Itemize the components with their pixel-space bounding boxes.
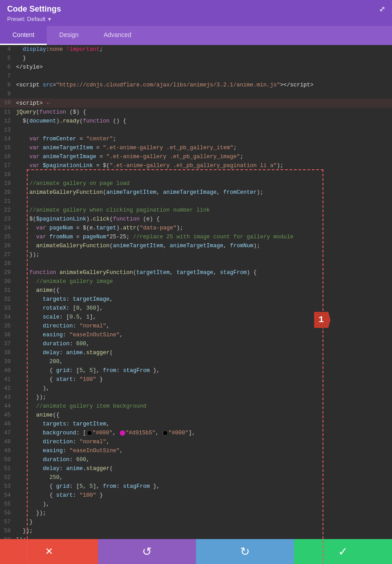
code-line-39: 39 200, <box>0 357 392 366</box>
code-line-31: 31 anime({ <box>0 286 392 295</box>
code-line-42: 42 ), <box>0 384 392 393</box>
refresh-icon: ↻ <box>240 545 250 559</box>
code-line-51: 51 delay: anime.stagger( <box>0 464 392 473</box>
code-line-40: 40 { grid: [5, 5], from: stagFrom }, <box>0 366 392 375</box>
code-line-58: 58 }); <box>0 527 392 535</box>
code-line-7: 7 <box>0 72 392 81</box>
code-line-55: 55 ), <box>0 500 392 509</box>
app-title: Code Settings <box>7 4 61 14</box>
code-line-53: 53 { grid: [5, 5], from: stagFrom }, <box>0 482 392 491</box>
code-line-45: 45 anime({ <box>0 411 392 420</box>
header: Code Settings ⤢ Preset: Default ▼ <box>0 0 392 26</box>
code-line-27: 27 }); <box>0 250 392 259</box>
tab-design[interactable]: Design <box>47 26 91 45</box>
code-line-13: 13 <box>0 126 392 135</box>
code-line-25: 25 var fromNum = pageNum*25-25; //replac… <box>0 233 392 241</box>
code-line-28: 28 <box>0 259 392 268</box>
code-line-47: 47 background: ["#000", "#d915b5", "#000… <box>0 429 392 437</box>
code-line-46: 46 targets: targetItem, <box>0 420 392 429</box>
code-line-15: 15 var animeTargetItem = ".et-anime-gall… <box>0 143 392 152</box>
code-line-32: 32 targets: targetImage, <box>0 295 392 304</box>
reset-button[interactable]: ↺ <box>98 539 196 564</box>
code-line-30: 30 //animate gallery image <box>0 277 392 286</box>
code-line-37: 37 duration: 600, <box>0 339 392 348</box>
tabs-bar: Content Design Advanced <box>0 26 392 45</box>
code-line-29: 29 function animateGalleryFunction(targe… <box>0 268 392 277</box>
code-editor[interactable]: 1 4 display:none !important; 5 } 6 </sty… <box>0 45 392 564</box>
tab-content[interactable]: Content <box>0 26 47 45</box>
badge-1: 1 <box>312 312 331 328</box>
code-line-18: 18 <box>0 170 392 179</box>
code-line-44: 44 //animate gallery item background <box>0 402 392 411</box>
code-line-17: 17 var $paginationLink = $(".et-anime-ga… <box>0 161 392 170</box>
code-line-23: 23 $($paginationLink).click(function (e)… <box>0 215 392 224</box>
reset-icon: ↺ <box>142 545 152 559</box>
code-line-49: 49 easing: "easeInOutSine", <box>0 446 392 455</box>
code-line-16: 16 var animeTargetImage = ".et-anime-gal… <box>0 152 392 161</box>
expand-icon[interactable]: ⤢ <box>379 5 385 13</box>
bottom-bar: ✕ ↺ ↻ ✓ <box>0 539 392 564</box>
save-button[interactable]: ✓ <box>294 539 392 564</box>
code-line-10: 10 <script> ← <box>0 98 392 108</box>
save-icon: ✓ <box>338 545 348 559</box>
code-line-6: 6 </style> <box>0 63 392 72</box>
code-line-38: 38 delay: anime.stagger( <box>0 348 392 357</box>
code-line-41: 41 { start: "100" } <box>0 375 392 384</box>
header-title-row: Code Settings ⤢ <box>7 4 385 16</box>
code-line-11: 11 jQuery(function ($) { <box>0 108 392 117</box>
code-line-19: 19 //animate gallery on page load <box>0 179 392 188</box>
code-line-50: 50 duration: 600, <box>0 455 392 464</box>
code-line-34: 34 scale: [0.5, 1], <box>0 313 392 322</box>
code-line-33: 33 rotateX: [0, 360], <box>0 304 392 313</box>
code-line-9: 9 <box>0 90 392 98</box>
code-line-21: 21 <box>0 197 392 206</box>
code-line-20: 20 animateGalleryFunction(animeTargetIte… <box>0 188 392 197</box>
code-line-52: 52 250, <box>0 473 392 482</box>
code-line-8: 8 <script src="https://cdnjs.cloudflare.… <box>0 81 392 90</box>
code-line-54: 54 { start: "100" } <box>0 491 392 500</box>
cancel-button[interactable]: ✕ <box>0 539 98 564</box>
code-line-57: 57 } <box>0 518 392 527</box>
code-line-4: 4 display:none !important; <box>0 45 392 54</box>
tab-advanced[interactable]: Advanced <box>91 26 144 45</box>
code-line-56: 56 }); <box>0 509 392 518</box>
cancel-icon: ✕ <box>45 546 53 557</box>
code-line-14: 14 var fromCenter = "center"; <box>0 135 392 143</box>
code-line-5: 5 } <box>0 54 392 63</box>
code-line-26: 26 animateGalleryFunction(animeTargetIte… <box>0 241 392 250</box>
code-line-12: 12 $(document).ready(function () { <box>0 117 392 126</box>
code-line-36: 36 easing: "easeInOutSine", <box>0 331 392 339</box>
refresh-button[interactable]: ↻ <box>196 539 294 564</box>
preset-label[interactable]: Preset: Default ▼ <box>7 16 385 26</box>
code-line-35: 35 direction: "normal", <box>0 322 392 331</box>
code-line-48: 48 direction: "normal", <box>0 437 392 446</box>
code-line-22: 22 //animate gallery when clicking pagin… <box>0 206 392 215</box>
code-line-43: 43 }); <box>0 393 392 402</box>
code-line-24: 24 var pageNum = $(e.target).attr("data-… <box>0 224 392 233</box>
